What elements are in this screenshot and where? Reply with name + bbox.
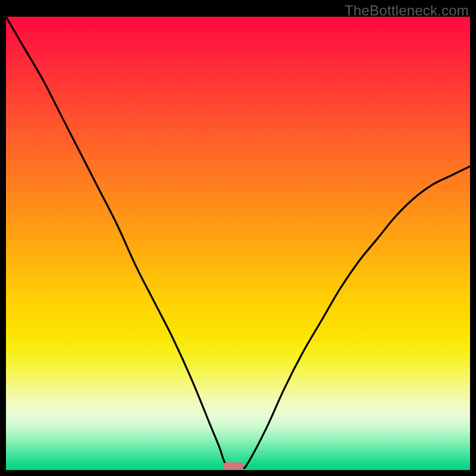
plot-area xyxy=(6,17,470,470)
bottleneck-curve xyxy=(6,17,470,470)
optimum-marker xyxy=(223,462,244,469)
chart-stage: TheBottleneck.com xyxy=(0,0,476,476)
